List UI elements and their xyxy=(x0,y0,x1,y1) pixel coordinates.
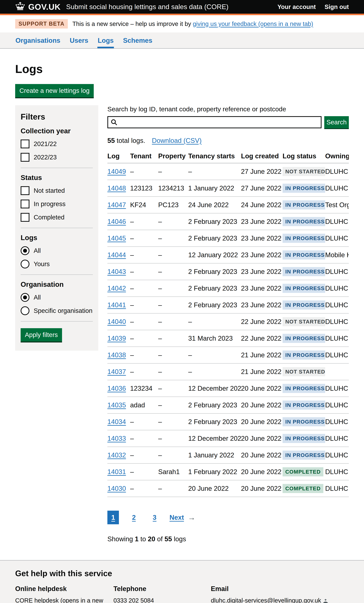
status-tag: IN PROGRESS xyxy=(282,250,325,259)
log-link-14041[interactable]: 14041 xyxy=(107,301,126,309)
filter-option-2022-23[interactable]: 2022/23 xyxy=(21,153,93,162)
showing-text: to xyxy=(139,535,148,543)
checkbox-in-progress[interactable] xyxy=(21,200,29,208)
tenant-code: – xyxy=(130,413,158,430)
nav-tab-users[interactable]: Users xyxy=(70,33,89,48)
log-link-14045[interactable]: 14045 xyxy=(107,234,126,242)
checkbox-completed[interactable] xyxy=(21,213,29,222)
log-link-14047[interactable]: 14047 xyxy=(107,201,126,209)
primary-nav: OrganisationsUsersLogsSchemes xyxy=(0,33,364,49)
support-beta-tag: SUPPORT BETA xyxy=(15,19,68,29)
nav-tab-logs[interactable]: Logs xyxy=(97,33,114,48)
log-link-14037[interactable]: 14037 xyxy=(107,368,126,375)
log-link-14030[interactable]: 14030 xyxy=(107,485,126,492)
checkbox-2021-22[interactable] xyxy=(21,139,29,148)
status-tag: IN PROGRESS xyxy=(282,234,325,243)
download-csv-link[interactable]: Download (CSV) xyxy=(152,137,202,144)
table-row: 14040–––22 June 2022NOT STARTEDDLUHC xyxy=(107,313,349,330)
log-link-14042[interactable]: 14042 xyxy=(107,285,126,292)
property-reference: – xyxy=(158,163,188,180)
search-field[interactable] xyxy=(107,116,322,128)
property-reference: – xyxy=(158,413,188,430)
log-link-14043[interactable]: 14043 xyxy=(107,268,126,275)
pagination-page-1[interactable]: 1 xyxy=(107,511,119,524)
results-summary: 55 total logs.Download (CSV) xyxy=(107,137,349,144)
apply-filters-button[interactable]: Apply filters xyxy=(21,328,62,342)
nav-tab-organisations[interactable]: Organisations xyxy=(15,33,61,48)
owning-organisation: DLUHC xyxy=(325,180,349,197)
log-link-14036[interactable]: 14036 xyxy=(107,385,126,392)
pagination-page-2[interactable]: 2 xyxy=(128,511,140,524)
crown-logo-icon xyxy=(15,2,25,12)
status-tag: IN PROGRESS xyxy=(282,301,325,310)
pagination-page-3[interactable]: 3 xyxy=(149,511,160,524)
owning-organisation: DLUHC Tes xyxy=(325,430,349,447)
log-link-14034[interactable]: 14034 xyxy=(107,418,126,425)
pagination-next-arrow-icon: → xyxy=(188,513,196,522)
create-lettings-log-button[interactable]: Create a new lettings log xyxy=(15,84,94,97)
checkbox-2022-23[interactable] xyxy=(21,153,29,162)
filter-option-yours[interactable]: Yours xyxy=(21,260,93,268)
core-helpdesk-link[interactable]: CORE helpdesk (opens in a new tab) xyxy=(15,597,103,603)
tenant-code: 123234 xyxy=(130,380,158,397)
radio-all[interactable] xyxy=(21,293,29,302)
log-link-14046[interactable]: 14046 xyxy=(107,218,126,225)
status-tag: IN PROGRESS xyxy=(282,417,325,426)
column-header-log-created: Log created xyxy=(241,150,282,163)
owning-organisation: DLUHC xyxy=(325,297,349,313)
log-link-14035[interactable]: 14035 xyxy=(107,401,126,409)
log-created-date: 23 June 2022 xyxy=(241,263,282,280)
tenant-code: – xyxy=(130,347,158,363)
nav-tab-schemes[interactable]: Schemes xyxy=(123,33,153,48)
filter-option-all[interactable]: All xyxy=(21,293,93,302)
log-link-14038[interactable]: 14038 xyxy=(107,351,126,359)
feedback-link[interactable]: giving us your feedback (opens in a new … xyxy=(193,21,313,27)
sign-out-link[interactable]: Sign out xyxy=(325,3,349,10)
table-row: 14038–––21 June 2022IN PROGRESSDLUHC xyxy=(107,347,349,363)
log-link-14032[interactable]: 14032 xyxy=(107,451,126,459)
log-link-14031[interactable]: 14031 xyxy=(107,468,126,475)
log-created-date: 21 June 2022 xyxy=(241,363,282,380)
log-link-14044[interactable]: 14044 xyxy=(107,251,126,259)
radio-yours[interactable] xyxy=(21,260,29,268)
log-link-14033[interactable]: 14033 xyxy=(107,435,126,442)
showing-from: 1 xyxy=(135,535,139,543)
search-input[interactable] xyxy=(119,118,318,126)
showing-total: 55 xyxy=(164,535,172,543)
pagination-next-link[interactable]: Next xyxy=(169,514,184,521)
filter-option-specific-organisation[interactable]: Specific organisation xyxy=(21,306,93,315)
log-link-14039[interactable]: 14039 xyxy=(107,335,126,342)
checkbox-not-started[interactable] xyxy=(21,186,29,195)
property-reference: – xyxy=(158,297,188,313)
status-tag: NOT STARTED xyxy=(282,367,325,376)
log-link-14040[interactable]: 14040 xyxy=(107,318,126,325)
tenant-code: KF24 xyxy=(130,197,158,213)
service-name-link[interactable]: Submit social housing lettings and sales… xyxy=(66,3,229,11)
filter-option-in-progress[interactable]: In progress xyxy=(21,200,93,208)
search-button[interactable]: Search xyxy=(324,116,349,128)
govuk-header: GOV.UK Submit social housing lettings an… xyxy=(0,0,364,15)
filter-option-not-started[interactable]: Not started xyxy=(21,186,93,195)
table-row: 14043––2 February 202323 June 2022IN PRO… xyxy=(107,263,349,280)
your-account-link[interactable]: Your account xyxy=(277,3,316,10)
govuk-logotype[interactable]: GOV.UK xyxy=(28,2,61,12)
log-link-14048[interactable]: 14048 xyxy=(107,185,126,192)
pagination: 123Next → xyxy=(107,511,349,524)
log-created-date: 22 June 2022 xyxy=(241,313,282,330)
filter-section-title-status: Status xyxy=(21,174,93,182)
status-tag: IN PROGRESS xyxy=(282,434,325,443)
log-created-date: 23 June 2022 xyxy=(241,230,282,247)
radio-all[interactable] xyxy=(21,246,29,255)
tenant-code: – xyxy=(130,313,158,330)
table-row: 14033––12 December 202120 June 2022IN PR… xyxy=(107,430,349,447)
status-tag: IN PROGRESS xyxy=(282,267,325,276)
filter-option-2021-22[interactable]: 2021/22 xyxy=(21,139,93,148)
helpdesk-title: Online helpdesk xyxy=(15,585,113,592)
log-created-date: 20 June 2022 xyxy=(241,447,282,464)
tenancy-start-date: 2 February 2023 xyxy=(188,263,241,280)
log-link-14049[interactable]: 14049 xyxy=(107,168,126,175)
filter-option-all[interactable]: All xyxy=(21,246,93,255)
tenant-code: – xyxy=(130,480,158,497)
radio-specific-organisation[interactable] xyxy=(21,306,29,315)
filter-option-completed[interactable]: Completed xyxy=(21,213,93,222)
